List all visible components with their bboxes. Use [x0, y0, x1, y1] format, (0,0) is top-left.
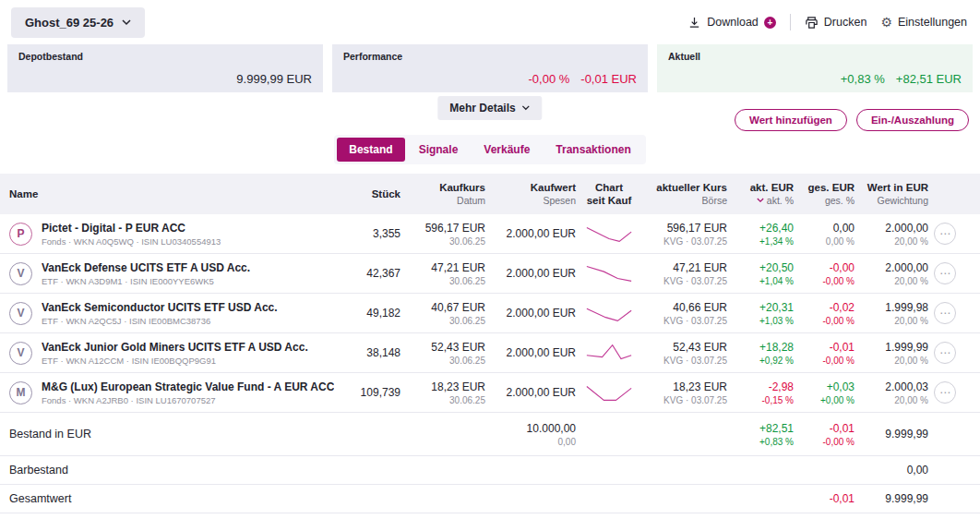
akt-pct-value: +1,04 % — [733, 276, 794, 286]
download-icon — [687, 16, 701, 30]
print-button[interactable]: Drucken — [805, 16, 867, 30]
gewichtung-value: 20,00 % — [860, 276, 928, 286]
sort-chevron-icon[interactable] — [757, 198, 764, 203]
fund-name-link[interactable]: VanEck Semiconductor UCITS ETF USD Acc. — [42, 301, 278, 314]
aktueller-kurs-value: 52,43 EUR — [642, 341, 727, 354]
middle-controls: Mehr Details Wert hinzufügen Ein-/Auszah… — [0, 92, 980, 135]
portfolio-selector[interactable]: Ghost_69 25-26 — [11, 7, 145, 38]
table-row[interactable]: P Pictet - Digital - P EUR ACC Fonds · W… — [0, 214, 980, 254]
table-row[interactable]: M M&G (Lux) European Strategic Value Fun… — [0, 373, 980, 413]
kauf-datum: 30.06.25 — [406, 316, 485, 326]
wert-value: 2.000,00 — [860, 222, 928, 235]
boerse-info: KVG · 03.07.25 — [642, 316, 727, 326]
summary-ges-eur: -0,01 — [799, 492, 855, 505]
gear-icon: ⚙ — [880, 16, 892, 29]
chevron-down-icon — [122, 19, 131, 26]
ellipsis-icon: ⋯ — [939, 308, 950, 319]
kauf-datum: 30.06.25 — [406, 236, 485, 247]
ges-pct-value: -0,00 % — [799, 276, 855, 286]
payment-button[interactable]: Ein-/Auszahlung — [856, 109, 969, 131]
aktueller-kurs-value: 47,21 EUR — [642, 261, 727, 274]
aktueller-kurs-value: 18,23 EUR — [642, 380, 727, 393]
table-row[interactable]: V VanEck Junior Gold Miners UCITS ETF A … — [0, 333, 980, 373]
more-options-button[interactable]: ⋯ — [934, 302, 956, 324]
header-name[interactable]: Name — [9, 188, 343, 199]
header-chart[interactable]: Chart seit Kauf — [581, 181, 637, 208]
fund-name-link[interactable]: Pictet - Digital - P EUR ACC — [42, 222, 221, 235]
sparkline-chart[interactable] — [581, 261, 637, 285]
header-aktueller-kurs[interactable]: aktueller Kurs Börse — [642, 182, 727, 206]
fund-details: ETF · WKN A12CCM · ISIN IE00BQQP9G91 — [42, 356, 308, 366]
header-ges[interactable]: ges. EUR ges. % — [799, 182, 855, 206]
stueck-value: 38,148 — [349, 346, 400, 359]
more-options-button[interactable]: ⋯ — [934, 223, 956, 245]
kaufwert-value: 2.000,00 EUR — [491, 307, 576, 320]
printer-icon — [805, 16, 819, 30]
aktuell-card: Aktuell +0,83 % +82,51 EUR — [657, 44, 973, 92]
kaufwert-value: 2.000,00 EUR — [491, 267, 576, 280]
ges-eur-value: 0,00 — [799, 222, 855, 235]
sparkline-chart[interactable] — [581, 301, 637, 325]
header-kaufkurs[interactable]: Kaufkurs Datum — [406, 182, 485, 206]
header-kaufwert[interactable]: Kaufwert Spesen — [491, 182, 576, 206]
fund-name-link[interactable]: M&G (Lux) European Strategic Value Fund … — [42, 380, 334, 393]
sparkline-chart[interactable] — [581, 380, 637, 404]
topbar-actions: Download + Drucken ⚙ Einstellungen — [687, 14, 967, 30]
fund-details: ETF · WKN A3D9M1 · ISIN IE000YYE6WK5 — [42, 276, 250, 286]
fund-name-link[interactable]: VanEck Junior Gold Miners UCITS ETF A US… — [42, 341, 308, 354]
plus-badge-icon[interactable]: + — [764, 17, 776, 29]
fund-details: Fonds · WKN A0Q5WQ · ISIN LU0340554913 — [42, 236, 221, 247]
mehr-details-button[interactable]: Mehr Details — [437, 96, 542, 120]
gewichtung-value: 20,00 % — [860, 316, 928, 326]
table-row[interactable]: V VanEck Semiconductor UCITS ETF USD Acc… — [0, 294, 980, 333]
akt-pct-value: -0,15 % — [733, 395, 794, 405]
more-options-button[interactable]: ⋯ — [934, 262, 956, 284]
summary-akt-eur: +82,51 — [733, 422, 794, 435]
tab-bar: Bestand Signale Verkäufe Transaktionen — [0, 135, 980, 164]
sparkline-chart[interactable] — [581, 222, 637, 246]
performance-amount: -0,01 EUR — [580, 72, 637, 86]
tab-signale[interactable]: Signale — [407, 138, 471, 162]
tab-transaktionen[interactable]: Transaktionen — [544, 138, 642, 162]
sparkline-chart[interactable] — [581, 341, 637, 365]
summary-row-bestand: Bestand in EUR 10.000,000,00 +82,51+0,83… — [0, 413, 980, 456]
kaufkurs-value: 18,23 EUR — [406, 380, 485, 393]
akt-eur-value: +18,28 — [733, 341, 794, 354]
depot-value: 9.999,99 EUR — [236, 72, 312, 86]
ellipsis-icon: ⋯ — [939, 268, 950, 279]
add-value-button[interactable]: Wert hinzufügen — [735, 109, 847, 131]
summary-wert: 0,00 — [860, 464, 928, 477]
header-akt[interactable]: akt. EUR akt. % — [733, 182, 794, 206]
kaufwert-value: 2.000,00 EUR — [491, 227, 576, 240]
performance-card: Performance -0,00 % -0,01 EUR — [332, 44, 648, 92]
stueck-value: 49,182 — [349, 307, 400, 320]
ellipsis-icon: ⋯ — [939, 387, 950, 398]
akt-pct-value: +0,92 % — [733, 356, 794, 366]
stueck-value: 109,739 — [349, 386, 400, 399]
table-row[interactable]: V VanEck Defense UCITS ETF A USD Acc. ET… — [0, 254, 980, 294]
download-button[interactable]: Download + — [687, 16, 776, 30]
fund-type-icon: V — [9, 302, 32, 325]
summary-akt-pct: +0,83 % — [733, 437, 794, 447]
header-stueck[interactable]: Stück — [349, 188, 400, 199]
gewichtung-value: 20,00 % — [860, 236, 928, 247]
more-options-button[interactable]: ⋯ — [934, 342, 956, 364]
chevron-down-icon — [522, 105, 531, 111]
akt-pct-value: +1,03 % — [733, 316, 794, 326]
ellipsis-icon: ⋯ — [939, 228, 950, 239]
summary-row-barbestand: Barbestand 0,00 — [0, 456, 980, 485]
header-wert[interactable]: Wert in EUR Gewichtung — [860, 182, 928, 206]
summary-label: Gesamtwert — [9, 492, 71, 505]
settings-button[interactable]: ⚙ Einstellungen — [880, 16, 967, 29]
boerse-info: KVG · 03.07.25 — [642, 236, 727, 247]
more-options-button[interactable]: ⋯ — [934, 381, 956, 404]
fund-name-link[interactable]: VanEck Defense UCITS ETF A USD Acc. — [42, 261, 250, 274]
tab-bestand[interactable]: Bestand — [337, 138, 404, 162]
print-label: Drucken — [824, 16, 867, 29]
tab-verkaeufe[interactable]: Verkäufe — [472, 138, 542, 162]
summary-wert: 9.999,99 — [860, 428, 928, 441]
kauf-datum: 30.06.25 — [406, 276, 485, 286]
ges-pct-value: -0,00 % — [799, 316, 855, 326]
top-bar: Ghost_69 25-26 Download + Drucken ⚙ Eins… — [0, 0, 980, 44]
boerse-info: KVG · 03.07.25 — [642, 395, 727, 405]
